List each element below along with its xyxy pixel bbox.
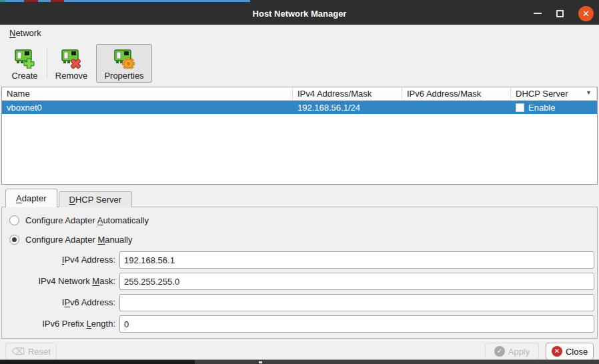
dhcp-enable-checkbox[interactable] — [516, 103, 524, 112]
maximize-icon[interactable] — [556, 10, 564, 17]
close-button-label: Close — [566, 347, 588, 357]
ipv6-prefix-field[interactable] — [119, 315, 594, 333]
radio-icon[interactable] — [9, 215, 19, 225]
properties-network-icon — [112, 48, 136, 69]
tabbar: Adapter DHCP Server — [5, 189, 132, 207]
ipv4-address-field[interactable] — [119, 251, 594, 269]
create-button[interactable]: Create — [4, 44, 45, 83]
table-row-vboxnet0[interactable]: vboxnet0 192.168.56.1/24 Enable — [2, 101, 597, 114]
properties-button[interactable]: Properties — [96, 44, 152, 83]
column-header-ipv6[interactable]: IPv6 Address/Mask — [402, 87, 511, 101]
reset-button-label: Reset — [28, 347, 51, 357]
ipv4-mask-field[interactable] — [119, 273, 594, 290]
apply-button-label: Apply — [508, 347, 530, 357]
minimize-icon[interactable] — [534, 13, 542, 14]
close-icon: ✕ — [582, 9, 590, 18]
tab-dhcp-server[interactable]: DHCP Server — [59, 191, 133, 207]
row-name: vboxnet0 — [2, 103, 293, 113]
cross-icon: ✕ — [552, 346, 562, 357]
apply-button[interactable]: ✓ Apply — [485, 343, 539, 360]
create-button-label: Create — [11, 71, 37, 81]
host-network-manager-window: Host Network Manager ✕ Network — [0, 0, 599, 364]
close-button[interactable]: ✕ Close — [546, 343, 594, 360]
column-header-name[interactable]: Name — [2, 87, 293, 101]
properties-button-label: Properties — [104, 71, 143, 81]
backspace-icon: ⌫ — [11, 346, 25, 357]
radio-auto-label: Configure Adapter Automatically — [25, 215, 149, 225]
row-ipv4: 192.168.56.1/24 — [293, 103, 402, 113]
radio-configure-automatically[interactable]: Configure Adapter Automatically — [9, 215, 149, 225]
radio-icon-selected[interactable] — [9, 235, 19, 245]
field-row-ipv4-mask: IPv4 Network Mask: — [0, 273, 599, 290]
field-row-ipv6-address: IPv6 Address: — [0, 294, 599, 311]
field-row-ipv4-address: IPv4 Address: — [0, 251, 599, 269]
desktop-backdrop-bottom — [0, 360, 599, 364]
menubar: Network — [0, 25, 599, 41]
row-dhcp: Enable — [511, 103, 597, 113]
check-icon: ✓ — [494, 346, 505, 357]
remove-button-label: Remove — [55, 71, 87, 81]
remove-network-icon — [59, 48, 83, 69]
ipv6-prefix-label: IPv6 Prefix Length: — [0, 319, 115, 329]
chevron-down-icon[interactable]: ▼ — [586, 89, 592, 96]
window-controls: ✕ — [534, 2, 594, 25]
reset-button[interactable]: ⌫ Reset — [5, 343, 57, 360]
window-title: Host Network Manager — [253, 9, 347, 19]
table-header[interactable]: Name IPv4 Address/Mask IPv6 Address/Mask… — [2, 87, 597, 101]
remove-button[interactable]: Remove — [49, 44, 93, 83]
menu-network[interactable]: Network — [7, 27, 44, 39]
networks-table: Name IPv4 Address/Mask IPv6 Address/Mask… — [1, 87, 598, 185]
ipv6-address-field[interactable] — [119, 294, 594, 311]
create-network-icon — [13, 48, 37, 69]
ipv4-address-label: IPv4 Address: — [0, 255, 115, 265]
column-header-ipv4[interactable]: IPv4 Address/Mask — [293, 87, 402, 101]
titlebar[interactable]: Host Network Manager ✕ — [0, 2, 599, 25]
radio-manual-label: Configure Adapter Manually — [25, 235, 132, 245]
ipv4-mask-label: IPv4 Network Mask: — [0, 276, 115, 286]
window-close-button[interactable]: ✕ — [578, 6, 594, 21]
dhcp-enable-label: Enable — [528, 103, 555, 113]
toolbar-separator — [47, 48, 47, 79]
column-header-dhcp[interactable]: DHCP Server — [511, 87, 597, 101]
radio-configure-manually[interactable]: Configure Adapter Manually — [9, 234, 132, 245]
ipv6-address-label: IPv6 Address: — [0, 297, 115, 307]
field-row-ipv6-prefix: IPv6 Prefix Length: — [0, 315, 599, 333]
tab-adapter[interactable]: Adapter — [5, 189, 57, 207]
